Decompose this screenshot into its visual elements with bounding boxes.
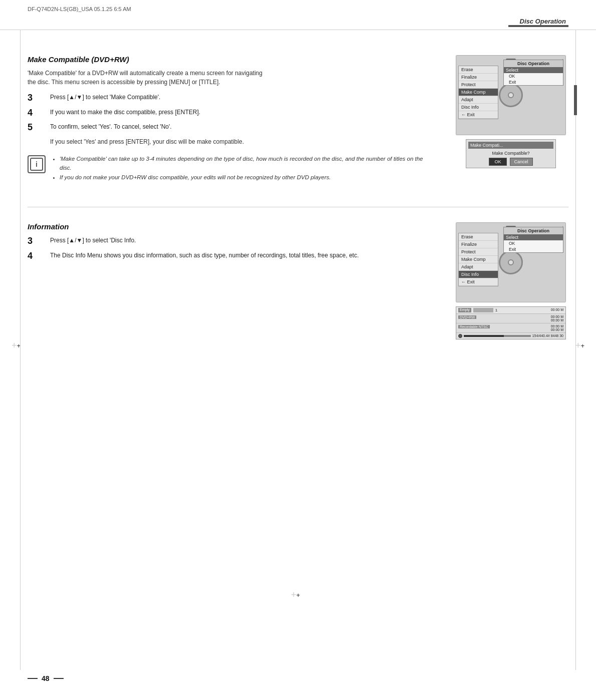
dvd-screen-inner-1: | Erase Finalize Protect Make Comp Adapt… — [456, 56, 565, 135]
disc-type-badge: DVD+RW — [458, 315, 476, 319]
menu-finalize: Finalize — [459, 74, 498, 81]
confirm-ok-btn[interactable]: OK — [489, 158, 506, 166]
disc-progress-bar — [464, 335, 531, 337]
disc-circle-1 — [499, 83, 523, 107]
confirm-cancel-btn[interactable]: Cancel — [510, 158, 533, 166]
header-section-title: Disc Operation — [520, 18, 566, 25]
menu-select-item: Select — [504, 67, 563, 73]
menu2-disc-info: Disc Info — [459, 271, 498, 278]
info-step-4-text: The Disc Info Menu shows you disc inform… — [50, 251, 443, 260]
menu-adapt: Adapt — [459, 96, 498, 104]
disc-icon-2 — [499, 250, 524, 275]
make-compat-text: Make Compatible (DVD+RW) 'Make Compatibl… — [28, 55, 443, 192]
disc-progress-dot — [458, 334, 462, 338]
info-step-4-num: 4 — [28, 251, 50, 262]
menu-exit-item: Exit — [504, 79, 563, 85]
disc-info-row-1: Empty 1 00:00 M — [456, 307, 565, 314]
info-text: Information 3 Press [▲/▼] to select 'Dis… — [28, 222, 443, 265]
menu-make-comp: Make Comp — [459, 89, 498, 96]
step-4-text: If you want to make the disc compatible,… — [50, 108, 443, 117]
make-compatible-desc: 'Make Compatible' for a DVD+RW will auto… — [28, 69, 268, 87]
section-divider — [28, 207, 568, 207]
info-step-3-text: Press [▲/▼] to select 'Disc Info. — [50, 236, 443, 245]
disc-info-time-2b: 00:00 M — [551, 318, 563, 322]
menu-header-1: Disc Operation — [504, 60, 563, 67]
disc-info-progress: 154/440.4# 8 — [458, 334, 553, 338]
disc-center-2 — [508, 259, 514, 265]
menu-disc-info: Disc Info — [459, 104, 498, 111]
header-bar: DF-Q74D2N-LS(GB)_USA 05.1.25 6:5 AM Disc… — [0, 0, 596, 30]
right-accent-bar — [574, 85, 577, 115]
make-compatible-section: Make Compatible (DVD+RW) 'Make Compatibl… — [28, 55, 568, 192]
information-title: Information — [28, 222, 443, 231]
step-5-subtext: If you select 'Yes' and press [ENTER], y… — [50, 137, 443, 146]
step-5-row: 5 To confirm, select 'Yes'. To cancel, s… — [28, 122, 443, 133]
right-margin-line — [575, 30, 576, 670]
confirm-header: Make Compati... — [468, 142, 553, 149]
disc-info-row-3-label: Recordable NTSC — [458, 324, 490, 331]
disc-info-row-3-values: 00:00 M 00:00 M — [551, 324, 563, 331]
header-accent-line — [508, 25, 568, 27]
registration-mark-right: + — [575, 340, 585, 351]
main-content: Make Compatible (DVD+RW) 'Make Compatibl… — [28, 40, 568, 339]
disc-info-row-1-left: Empty 1 — [458, 308, 497, 312]
menu-protect: Protect — [459, 81, 498, 89]
menu2-exit: ← Exit — [459, 278, 498, 286]
menu-ok-item: OK — [504, 73, 563, 79]
disc-info-row-2: DVD+RW 00:00 M 00:00 M — [456, 314, 565, 323]
disc-info-time-3a: 00:00 M — [551, 324, 563, 328]
menu2-ok-item: OK — [504, 240, 563, 246]
note-item-1: 'Make Compatible' can take up to 3-4 min… — [60, 154, 428, 173]
dvd-screen-inner-2: | Erase Finalize Protect Make Comp Adapt… — [456, 223, 565, 302]
disc-info-row-3: Recordable NTSC 00:00 M 00:00 M — [456, 323, 565, 333]
menu2-exit-item: Exit — [504, 246, 563, 252]
menu2-adapt: Adapt — [459, 263, 498, 271]
footer: 48 — [28, 674, 568, 682]
menu2-make-comp: Make Comp — [459, 256, 498, 263]
menu2-erase: Erase — [459, 233, 498, 241]
menu-exit: ← Exit — [459, 111, 498, 119]
step-4-row: 4 If you want to make the disc compatibl… — [28, 108, 443, 119]
registration-mark-bottom: + — [290, 590, 301, 600]
note-content: 'Make Compatible' can take up to 3-4 min… — [52, 154, 428, 182]
disc-info-num: 1 — [495, 308, 497, 312]
left-menu-box-2: Erase Finalize Protect Make Comp Adapt D… — [458, 233, 498, 286]
menu-erase: Erase — [459, 66, 498, 74]
step-4-num: 4 — [28, 108, 50, 119]
menu2-select-item: Select — [504, 234, 563, 240]
disc-info-row-2-values: 00:00 M 00:00 M — [551, 315, 563, 322]
confirm-buttons: OK Cancel — [468, 158, 553, 166]
right-menu-box-1: Disc Operation Select OK Exit — [503, 60, 563, 86]
confirm-screen: Make Compati... Make Compatible? OK Canc… — [466, 139, 556, 168]
make-compat-screens: | Erase Finalize Protect Make Comp Adapt… — [453, 55, 568, 168]
info-layout: Information 3 Press [▲/▼] to select 'Dis… — [28, 222, 568, 339]
step-3-row: 3 Press [▲/▼] to select 'Make Compatible… — [28, 93, 443, 104]
menu2-finalize: Finalize — [459, 241, 498, 248]
svg-text:i: i — [36, 160, 38, 168]
dvd-screen-1: | Erase Finalize Protect Make Comp Adapt… — [456, 55, 566, 135]
left-margin-line — [20, 30, 21, 670]
page-number: 48 — [42, 674, 50, 682]
disc-info-time-4: 448 30 — [553, 334, 563, 337]
step-5-num: 5 — [28, 122, 50, 133]
note-box: i 'Make Compatible' can take up to 3-4 m… — [28, 154, 428, 182]
disc-info-row-1-right: 00:00 M — [551, 308, 563, 312]
disc-progress-value: 154/440.4# 8 — [532, 334, 553, 337]
disc-info-row-4: 154/440.4# 8 448 30 — [456, 333, 565, 339]
registration-mark-left: + — [11, 340, 21, 351]
left-menu-box-1: Erase Finalize Protect Make Comp Adapt D… — [458, 66, 498, 119]
note-icon: i — [28, 155, 46, 173]
info-step-3-row: 3 Press [▲/▼] to select 'Disc Info. — [28, 236, 443, 247]
confirm-question: Make Compatible? — [468, 151, 553, 156]
menu2-protect: Protect — [459, 248, 498, 256]
disc-icon-1 — [499, 83, 524, 108]
disc-info-time-1: 00:00 M — [551, 308, 563, 311]
disc-progress-fill — [464, 335, 504, 337]
info-step-4-row: 4 The Disc Info Menu shows you disc info… — [28, 251, 443, 262]
step-3-text: Press [▲/▼] to select 'Make Compatible'. — [50, 93, 443, 102]
dvd-screen-2: | Erase Finalize Protect Make Comp Adapt… — [456, 222, 566, 302]
make-compatible-title: Make Compatible (DVD+RW) — [28, 55, 443, 64]
disc-recordable-badge: Recordable NTSC — [458, 325, 490, 328]
disc-circle-2 — [499, 250, 523, 274]
note-svg-icon: i — [30, 157, 44, 171]
